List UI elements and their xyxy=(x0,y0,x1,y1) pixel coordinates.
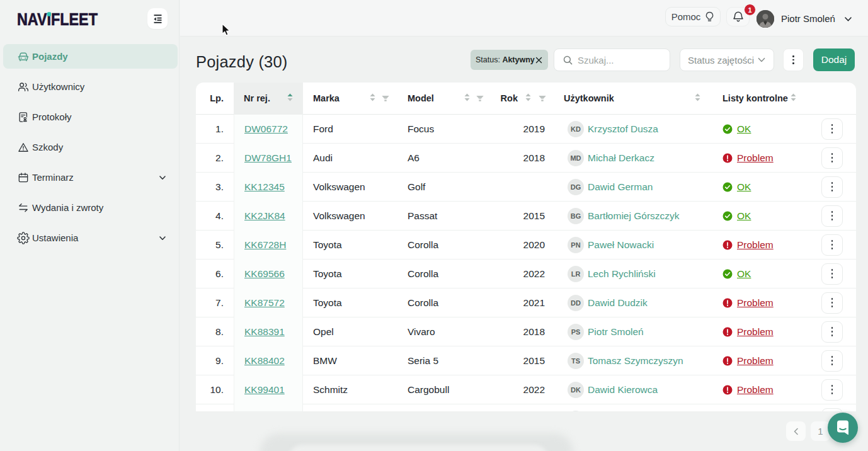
svg-text:NAVIFLEET: NAVIFLEET xyxy=(17,9,98,28)
